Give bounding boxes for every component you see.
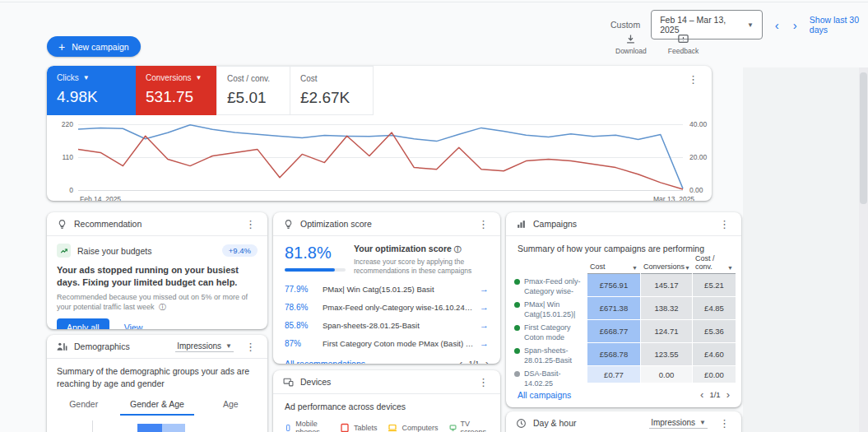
card-header: Optimization score ⋮ (273, 212, 500, 236)
table-row[interactable]: Pmax-Feed only-Category wise-16.10.2.. £… (513, 274, 735, 297)
legend-label: Computers (402, 424, 438, 432)
recommendation-item[interactable]: Raise your budgets +9.4% (57, 244, 258, 258)
lightbulb-icon (57, 219, 67, 230)
overview-menu-button[interactable]: ⋮ (686, 74, 700, 85)
legend-item-computers[interactable]: Computers (388, 423, 438, 432)
conversions-cell: 123.55 (641, 343, 692, 366)
overview-performance-card: Clicks▼ 4.98K Conversions▼ 531.75 Cost /… (47, 66, 712, 201)
arrow-right-icon[interactable]: → (480, 302, 489, 312)
arrow-right-icon[interactable]: → (480, 284, 489, 294)
metric-label: Clicks (57, 73, 79, 82)
view-button[interactable]: View (124, 323, 143, 329)
x-axis-label-end: Mar 13, 2025 (653, 195, 694, 201)
legend-item-mobile[interactable]: Mobile phones (285, 420, 329, 432)
day-hour-card: Day & hour Impressions▼ ⋮ (506, 411, 741, 432)
card-menu-button[interactable]: ⋮ (717, 219, 731, 230)
card-menu-button[interactable]: ⋮ (717, 418, 731, 429)
campaign-score-row[interactable]: 78.6% Pmax-Feed only-Category wise-16.10… (273, 298, 500, 316)
conversions-cell: 138.32 (641, 297, 692, 320)
arrow-right-icon[interactable]: → (480, 320, 489, 330)
feedback-button[interactable]: Feedback (668, 33, 699, 55)
metric-card-clicks[interactable]: Clicks▼ 4.98K (47, 66, 136, 115)
download-label: Download (615, 47, 647, 55)
card-title: Day & hour (533, 418, 577, 428)
pagination: ‹ 1/1 › (700, 389, 730, 400)
card-menu-button[interactable]: ⋮ (244, 341, 258, 352)
bar-group-male[interactable] (137, 424, 185, 432)
metric-card-cost-per-conv[interactable]: Cost / conv. £5.01 (216, 66, 290, 115)
new-campaign-button[interactable]: + New campaign (47, 36, 141, 57)
column-header-cost-conv[interactable]: Cost / conv.▼ (693, 259, 736, 274)
campaign-name-link[interactable]: DSA-Basit-14.02.25 (524, 369, 585, 388)
bar-segment (137, 424, 162, 432)
all-campaigns-link[interactable]: All campaigns (518, 390, 571, 400)
download-button[interactable]: Download (615, 33, 647, 55)
metric-value: £5.01 (227, 89, 280, 107)
date-range-value: Feb 14 – Mar 13, 2025 (660, 15, 729, 35)
devices-subtitle: Ad performance across devices (273, 394, 500, 413)
info-icon[interactable]: ⓘ (454, 245, 462, 253)
score-description: Your optimization scoreⓘ Increase your s… (354, 244, 489, 276)
scrollbar-thumb[interactable] (860, 72, 867, 204)
lightbulb-icon (283, 219, 294, 230)
tab-gender[interactable]: Gender (47, 396, 120, 416)
column-header-cost[interactable]: Cost▼ (587, 259, 640, 274)
campaign-score-row[interactable]: 85.8% Span-sheets-28.01.25-Basit → (273, 316, 500, 334)
chevron-down-icon: ▼ (685, 265, 690, 271)
tab-gender-and-age[interactable]: Gender & Age (120, 396, 193, 416)
metric-dropdown[interactable]: Impressions▼ (175, 341, 234, 352)
chevron-left-icon[interactable]: ‹ (700, 389, 703, 400)
table-row[interactable]: PMax| Win Catg(15.01.25)| Basit £671.38 … (513, 297, 735, 320)
metric-card-conversions[interactable]: Conversions▼ 531.75 (136, 66, 217, 115)
arrow-right-icon[interactable]: → (480, 338, 489, 348)
card-menu-button[interactable]: ⋮ (476, 219, 490, 230)
score-progress-track (285, 268, 346, 272)
table-row[interactable]: First Category Coton mode PMax (Basit)..… (513, 320, 735, 343)
recommendation-card: Recommendation ⋮ Raise your budgets +9.4… (47, 212, 267, 329)
previous-period-button[interactable]: ‹ (773, 19, 781, 31)
metric-card-cost[interactable]: Cost £2.67K (290, 66, 374, 115)
cost-conv-cell: £4.85 (693, 297, 736, 320)
card-menu-button[interactable]: ⋮ (476, 377, 490, 388)
page-indicator: 1/1 (709, 390, 720, 399)
chevron-down-icon: ▼ (225, 342, 232, 350)
all-recommendations-link[interactable]: All recommendations (285, 359, 365, 364)
time-series-chart[interactable] (78, 124, 683, 191)
tab-age[interactable]: Age (194, 396, 267, 416)
chevron-down-icon: ▼ (83, 74, 90, 81)
cost-cell: £671.38 (587, 297, 640, 320)
info-icon[interactable]: ⓘ (159, 303, 166, 311)
column-header-conversions[interactable]: Conversions▼ (641, 259, 692, 274)
legend-label: Mobile phones (295, 420, 329, 432)
legend-item-tablets[interactable]: Tablets (340, 423, 378, 432)
metric-dropdown[interactable]: Impressions▼ (649, 417, 708, 429)
chevron-right-icon[interactable]: › (726, 389, 730, 400)
show-last-30-days-link[interactable]: Show last 30 days (810, 15, 868, 35)
card-title: Devices (300, 377, 331, 387)
next-period-button[interactable]: › (791, 19, 799, 31)
google-ads-overview-page: Custom Feb 14 – Mar 13, 2025 ▼ ‹ › Show … (0, 0, 868, 432)
card-menu-button[interactable]: ⋮ (244, 219, 258, 230)
computer-icon (388, 423, 397, 432)
campaign-score-row[interactable]: 87% First Category Coton mode PMax (Basi… (273, 334, 500, 352)
chevron-right-icon[interactable]: › (485, 358, 489, 364)
apply-all-button[interactable]: Apply all (57, 318, 109, 329)
chevron-left-icon[interactable]: ‹ (459, 358, 462, 364)
recommendation-label: Raise your budgets (77, 246, 151, 256)
table-row[interactable]: DSA-Basit-14.02.25 £0.77 0.00 £0.00 (513, 366, 735, 383)
status-dot-enabled (514, 325, 520, 331)
campaign-score: 87% (285, 339, 323, 348)
campaign-name-link[interactable]: Span-sheets-28.01.25-Basit (524, 346, 585, 365)
table-row[interactable]: Span-sheets-28.01.25-Basit £568.78 123.5… (513, 343, 735, 366)
scrollbar[interactable] (859, 67, 868, 432)
chevron-down-icon: ▼ (747, 21, 754, 29)
y-axis-tick-right: 40.00 (689, 120, 712, 128)
column-label: Cost / conv. (695, 254, 727, 271)
tablet-icon (340, 423, 350, 432)
bar-segment (162, 424, 185, 432)
campaign-score-row[interactable]: 77.9% PMax| Win Catg(15.01.25) Basit → (273, 280, 500, 298)
cost-cell: £568.78 (587, 343, 640, 366)
campaign-name: PMax| Win Catg(15.01.25) Basit (323, 285, 480, 294)
legend-item-tv[interactable]: TV screens (449, 420, 490, 432)
demographics-tabs: Gender Gender & Age Age (47, 396, 267, 416)
